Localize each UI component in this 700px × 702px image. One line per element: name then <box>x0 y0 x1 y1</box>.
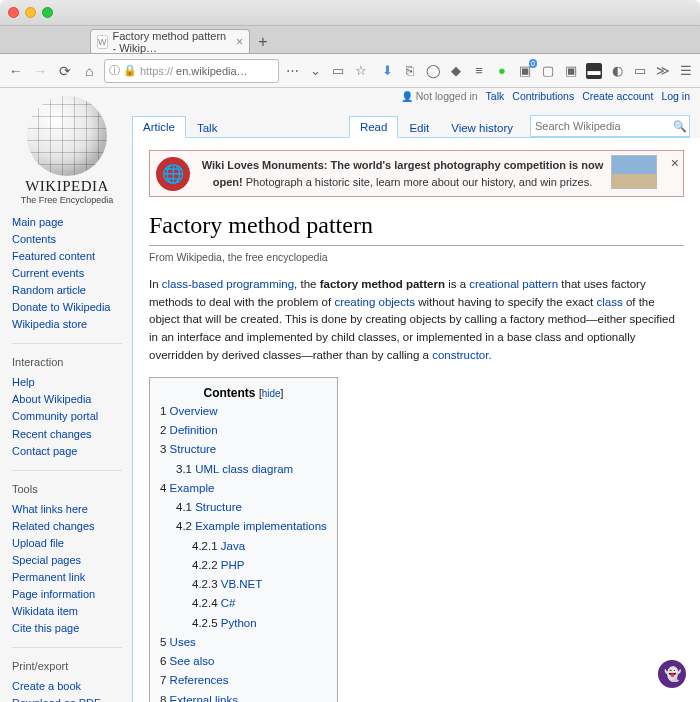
sidebar-item-tools-4[interactable]: Permanent link <box>12 571 85 583</box>
minimize-window-button[interactable] <box>25 7 36 18</box>
home-button[interactable]: ⌂ <box>80 61 100 81</box>
nav-heading-print: Print/export <box>12 654 122 675</box>
toc-link[interactable]: Example implementations <box>195 520 327 532</box>
sidebar-item-main-6[interactable]: Wikipedia store <box>12 318 87 330</box>
browser-tab-active[interactable]: W Factory method pattern - Wikip… × <box>90 29 250 53</box>
ext-icon-7[interactable]: ▣ <box>563 63 579 79</box>
search-input[interactable] <box>535 120 673 132</box>
sidebar-item-print-1[interactable]: Download as PDF <box>12 697 101 702</box>
sidebar-item-interaction-1[interactable]: About Wikipedia <box>12 393 92 405</box>
ext-icon-5[interactable]: ▣0 <box>517 63 533 79</box>
tab-article[interactable]: Article <box>132 116 186 138</box>
tab-read[interactable]: Read <box>349 116 399 138</box>
ext-icon-4[interactable]: ● <box>494 63 510 79</box>
sidebar-item-tools-6[interactable]: Wikidata item <box>12 605 78 617</box>
url-host: en.wikipedia… <box>176 65 274 77</box>
lock-icon: 🔒 <box>123 64 137 77</box>
sidebar-item-interaction-2[interactable]: Community portal <box>12 410 98 422</box>
sidebar-item-tools-1[interactable]: Related changes <box>12 520 95 532</box>
zoom-window-button[interactable] <box>42 7 53 18</box>
toc-hide-link[interactable]: hide <box>262 388 281 399</box>
back-button[interactable]: ← <box>6 61 26 81</box>
banner-thumbnail <box>611 155 657 189</box>
tab-edit[interactable]: Edit <box>398 117 440 138</box>
sidebar-item-tools-5[interactable]: Page information <box>12 588 95 600</box>
search-icon[interactable]: 🔍 <box>673 120 687 133</box>
download-icon[interactable]: ⬇ <box>379 63 395 79</box>
link-class-based[interactable]: class-based programming <box>162 278 294 290</box>
reload-button[interactable]: ⟳ <box>55 61 75 81</box>
floating-action-button[interactable]: 👻 <box>658 660 686 688</box>
toc-link[interactable]: Python <box>221 617 257 629</box>
pocket-icon[interactable]: ⌄ <box>307 63 323 79</box>
wlm-logo-icon: 🌐 <box>156 157 190 191</box>
link-creating-objects[interactable]: creating objects <box>334 296 415 308</box>
new-tab-button[interactable]: + <box>252 31 274 53</box>
toc-link[interactable]: Overview <box>170 405 218 417</box>
sidebar-item-tools-2[interactable]: Upload file <box>12 537 64 549</box>
library-icon[interactable]: ⎘ <box>402 63 418 79</box>
toc-link[interactable]: External links <box>170 694 238 702</box>
sidebar-item-main-2[interactable]: Featured content <box>12 250 95 262</box>
sidebar-item-tools-0[interactable]: What links here <box>12 503 88 515</box>
tab-history[interactable]: View history <box>440 117 524 138</box>
sidebar-item-main-0[interactable]: Main page <box>12 216 63 228</box>
toc-link[interactable]: References <box>170 674 229 686</box>
toc-link[interactable]: VB.NET <box>221 578 263 590</box>
ext-icon-6[interactable]: ▢ <box>540 63 556 79</box>
logo-tagline: The Free Encyclopedia <box>8 195 126 205</box>
toc-link[interactable]: UML class diagram <box>195 463 293 475</box>
ext-icon-2[interactable]: ◆ <box>448 63 464 79</box>
ext-icon-1[interactable]: ◯ <box>425 63 441 79</box>
search-box[interactable]: 🔍 <box>530 115 690 137</box>
toc-link[interactable]: PHP <box>221 559 245 571</box>
forward-button[interactable]: → <box>31 61 51 81</box>
info-icon[interactable]: ⓘ <box>109 63 120 78</box>
sidebar-item-tools-7[interactable]: Cite this page <box>12 622 79 634</box>
close-banner-icon[interactable]: × <box>671 153 679 174</box>
sidebar-item-interaction-3[interactable]: Recent changes <box>12 428 92 440</box>
toc-link[interactable]: Structure <box>195 501 242 513</box>
close-window-button[interactable] <box>8 7 19 18</box>
ext-icon-9[interactable]: ◐ <box>609 63 625 79</box>
link-creational-pattern[interactable]: creational pattern <box>469 278 558 290</box>
ext-icon-10[interactable]: ▭ <box>632 63 648 79</box>
toc-link[interactable]: Uses <box>170 636 196 648</box>
url-bar[interactable]: ⓘ 🔒 https://en.wikipedia… <box>104 59 279 83</box>
sidebar-item-interaction-0[interactable]: Help <box>12 376 35 388</box>
nav-interaction: HelpAbout WikipediaCommunity portalRecen… <box>12 374 122 459</box>
page-title: Factory method pattern <box>149 207 684 246</box>
toc-link[interactable]: See also <box>170 655 215 667</box>
more-icon[interactable]: ⋯ <box>284 63 300 79</box>
reader-icon[interactable]: ▭ <box>330 63 346 79</box>
sidebar-item-interaction-4[interactable]: Contact page <box>12 445 77 457</box>
link-class[interactable]: class <box>596 296 622 308</box>
menu-icon[interactable]: ☰ <box>678 63 694 79</box>
sidebar-item-main-3[interactable]: Current events <box>12 267 84 279</box>
browser-toolbar: ← → ⟳ ⌂ ⓘ 🔒 https://en.wikipedia… ⋯ ⌄ ▭ … <box>0 54 700 88</box>
traffic-lights <box>8 7 53 18</box>
overflow-icon[interactable]: ≫ <box>655 63 671 79</box>
sidebar-item-main-5[interactable]: Donate to Wikipedia <box>12 301 110 313</box>
sidebar-item-main-4[interactable]: Random article <box>12 284 86 296</box>
toc-link[interactable]: Structure <box>170 443 217 455</box>
wikipedia-logo[interactable]: WIKIPEDIA The Free Encyclopedia <box>8 96 126 205</box>
toc-link[interactable]: Definition <box>170 424 218 436</box>
link-constructor[interactable]: constructor <box>432 349 488 361</box>
toc-link[interactable]: C# <box>221 597 236 609</box>
tab-talk[interactable]: Talk <box>186 117 228 138</box>
toc-link[interactable]: Example <box>170 482 215 494</box>
page-subtitle: From Wikipedia, the free encyclopedia <box>149 250 684 266</box>
nav-heading-tools: Tools <box>12 477 122 498</box>
sidebar-nav: Main pageContentsFeatured contentCurrent… <box>0 208 130 702</box>
extension-icons: ⬇ ⎘ ◯ ◆ ≡ ● ▣0 ▢ ▣ ▬ ◐ ▭ ≫ ☰ <box>379 63 694 79</box>
close-tab-icon[interactable]: × <box>236 35 243 49</box>
ext-icon-8[interactable]: ▬ <box>586 63 602 79</box>
macos-titlebar <box>0 0 700 26</box>
toc-link[interactable]: Java <box>221 540 245 552</box>
star-icon[interactable]: ☆ <box>353 63 369 79</box>
ext-icon-3[interactable]: ≡ <box>471 63 487 79</box>
sidebar-item-main-1[interactable]: Contents <box>12 233 56 245</box>
sidebar-item-print-0[interactable]: Create a book <box>12 680 81 692</box>
sidebar-item-tools-3[interactable]: Special pages <box>12 554 81 566</box>
